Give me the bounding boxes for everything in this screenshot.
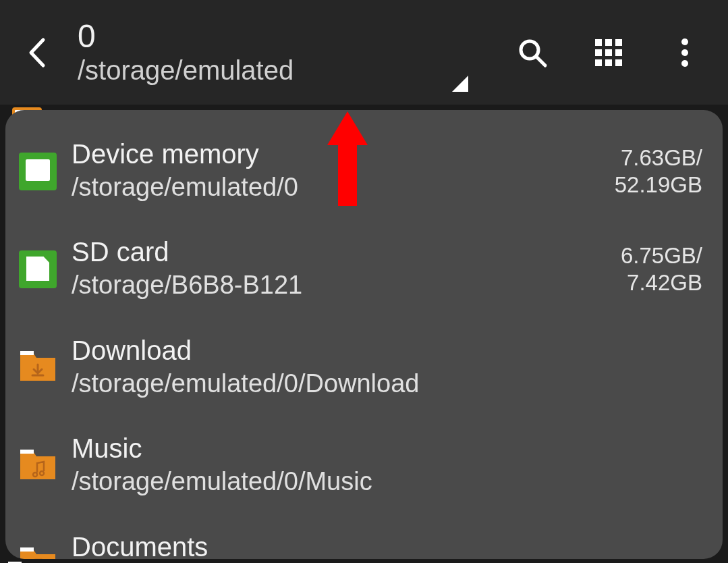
svg-rect-9 xyxy=(605,59,612,66)
svg-rect-14 xyxy=(20,351,34,355)
grid-icon xyxy=(594,38,623,68)
storage-dropdown-panel: Device memory /storage/emulated/0 7.63GB… xyxy=(5,110,723,559)
dropdown-indicator-icon xyxy=(452,76,468,92)
svg-rect-10 xyxy=(615,59,622,66)
item-text: Device memory /storage/emulated/0 xyxy=(72,138,615,204)
partial-folder-icon xyxy=(7,559,45,563)
svg-point-12 xyxy=(681,49,688,56)
device-memory-icon xyxy=(19,153,57,190)
item-path: /storage/emulated/0 xyxy=(72,171,615,204)
item-name: Device memory xyxy=(72,138,615,169)
storage-item-documents[interactable]: Documents /storage/emulated/0/Documents xyxy=(15,515,713,559)
storage-item-download[interactable]: Download /storage/emulated/0/Download xyxy=(15,319,713,417)
more-vert-icon xyxy=(681,38,689,68)
item-size: 7.63GB/ 52.19GB xyxy=(615,144,709,198)
item-text: Documents /storage/emulated/0/Documents xyxy=(72,531,709,559)
item-size: 6.75GB/ 7.42GB xyxy=(621,242,709,296)
svg-rect-6 xyxy=(605,49,612,56)
svg-rect-8 xyxy=(595,59,602,66)
svg-point-13 xyxy=(681,60,688,67)
item-text: Music /storage/emulated/0/Music xyxy=(72,433,709,498)
sd-card-icon xyxy=(19,250,57,288)
storage-item-device-memory[interactable]: Device memory /storage/emulated/0 7.63GB… xyxy=(15,122,713,220)
item-name: Documents xyxy=(72,531,709,559)
storage-item-music[interactable]: Music /storage/emulated/0/Music xyxy=(15,417,713,514)
item-name: Download xyxy=(72,335,709,366)
more-menu-button[interactable] xyxy=(669,36,701,69)
item-path: /storage/emulated/0/Music xyxy=(72,465,709,498)
back-button[interactable] xyxy=(13,29,61,76)
svg-rect-7 xyxy=(615,49,622,56)
svg-rect-3 xyxy=(605,39,612,46)
path-dropdown[interactable]: 0 /storage/emulated xyxy=(61,19,516,86)
documents-folder-icon xyxy=(19,545,57,559)
item-name: SD card xyxy=(72,236,621,267)
music-folder-icon xyxy=(19,447,57,485)
search-button[interactable] xyxy=(516,36,549,69)
svg-point-11 xyxy=(681,38,688,45)
item-text: SD card /storage/B6B8-B121 xyxy=(72,236,621,302)
item-text: Download /storage/emulated/0/Download xyxy=(72,335,709,400)
svg-rect-5 xyxy=(595,49,602,56)
top-bar: 0 /storage/emulated xyxy=(0,0,728,105)
item-path: /storage/B6B8-B121 xyxy=(72,269,621,302)
svg-rect-16 xyxy=(20,547,34,552)
svg-line-1 xyxy=(536,57,545,65)
download-folder-icon xyxy=(19,348,57,386)
top-actions xyxy=(516,36,715,69)
storage-item-sd-card[interactable]: SD card /storage/B6B8-B121 6.75GB/ 7.42G… xyxy=(15,220,713,318)
search-icon xyxy=(517,37,548,68)
svg-rect-15 xyxy=(20,450,34,454)
path-subtitle: /storage/emulated xyxy=(78,55,516,86)
svg-rect-4 xyxy=(615,39,622,46)
path-title: 0 xyxy=(78,19,516,55)
item-path: /storage/emulated/0/Download xyxy=(72,367,709,400)
item-name: Music xyxy=(72,433,709,464)
grid-view-button[interactable] xyxy=(592,36,625,69)
svg-rect-2 xyxy=(595,39,602,46)
back-icon xyxy=(27,37,47,68)
